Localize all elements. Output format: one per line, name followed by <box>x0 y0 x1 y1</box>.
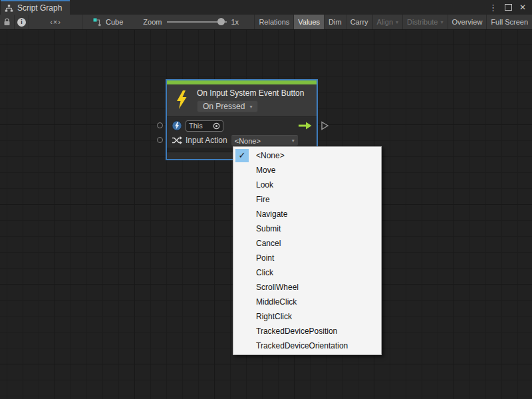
breadcrumb[interactable]: Cube <box>93 15 123 29</box>
zoom-value: 1x <box>231 18 239 26</box>
chevron-down-icon: ▾ <box>441 19 444 25</box>
menu-item-label: Navigate <box>256 209 287 219</box>
value-input-port[interactable] <box>157 137 163 143</box>
input-action-menu: ✓ <None> Move Look Fire Navigate Submit … <box>233 146 382 355</box>
zoom-control: Zoom 1x <box>143 15 239 29</box>
menu-item-label: <None> <box>256 151 285 160</box>
zoom-slider-knob[interactable] <box>217 18 225 25</box>
carry-button[interactable]: Carry <box>346 15 372 29</box>
button-label: Full Screen <box>491 18 528 26</box>
menu-item-label: ScrollWheel <box>256 283 299 292</box>
menu-item-label: Look <box>256 180 273 190</box>
graph-hierarchy-icon <box>5 4 13 13</box>
button-label: Align <box>377 18 393 26</box>
chevron-down-icon: ▾ <box>249 104 252 110</box>
menu-item-label: Cancel <box>256 239 281 248</box>
menu-item-move[interactable]: Move <box>233 163 381 178</box>
button-label: Relations <box>259 18 289 26</box>
menu-item-label: TrackedDevicePosition <box>256 327 337 336</box>
input-action-row: Input Action <None> ▾ <box>167 133 317 148</box>
graph-canvas[interactable]: On Input System Event Button On Pressed … <box>0 30 532 399</box>
menu-item-label: Point <box>256 253 274 263</box>
zoom-label: Zoom <box>143 18 162 26</box>
menu-item-submit[interactable]: Submit <box>233 221 381 236</box>
button-label: Dim <box>329 18 342 26</box>
menu-item-point[interactable]: Point <box>233 251 381 265</box>
dim-button[interactable]: Dim <box>324 15 346 29</box>
check-icon: ✓ <box>239 148 246 163</box>
breadcrumb-label: Cube <box>106 18 123 26</box>
menu-item-label: MiddleClick <box>256 297 297 307</box>
align-button[interactable]: Align ▾ <box>372 15 402 29</box>
input-action-dropdown[interactable]: <None> ▾ <box>231 135 298 146</box>
info-icon: i <box>17 18 26 27</box>
window-menu-icon[interactable]: ⋮ <box>489 3 497 13</box>
graph-node-icon <box>93 18 102 27</box>
overview-button[interactable]: Overview <box>448 15 487 29</box>
object-picker-icon[interactable] <box>213 122 220 130</box>
menu-item-label: Submit <box>256 224 281 233</box>
input-action-label: Input Action <box>186 136 227 145</box>
menu-item-label: Click <box>256 268 273 277</box>
menu-item-label: Move <box>256 166 275 175</box>
event-mode-dropdown[interactable]: On Pressed ▾ <box>197 100 258 112</box>
menu-item-label: TrackedDeviceOrientation <box>256 341 348 350</box>
chevron-down-icon: ▾ <box>292 138 295 144</box>
this-object-field[interactable]: This <box>186 120 223 132</box>
menu-item-trackeddeviceposition[interactable]: TrackedDevicePosition <box>233 324 381 338</box>
button-label: Distribute <box>407 18 438 26</box>
menu-item-navigate[interactable]: Navigate <box>233 207 381 221</box>
menu-item-look[interactable]: Look <box>233 178 381 192</box>
menu-item-scrollwheel[interactable]: ScrollWheel <box>233 280 381 295</box>
tab-label: Script Graph <box>17 3 62 13</box>
close-icon[interactable]: ✕ <box>519 3 526 12</box>
tab-script-graph[interactable]: Script Graph <box>1 0 70 15</box>
menu-item-trackeddeviceorientation[interactable]: TrackedDeviceOrientation <box>233 338 381 353</box>
node-body: This <box>167 117 317 148</box>
lock-button[interactable] <box>0 15 15 29</box>
event-input-port[interactable] <box>157 122 163 128</box>
menu-item-fire[interactable]: Fire <box>233 192 381 207</box>
graph-toolbar: i ‹×› Cube Zoom 1x Relations Values Dim <box>0 15 532 30</box>
trigger-output-port[interactable] <box>321 121 329 130</box>
distribute-button[interactable]: Distribute ▾ <box>402 15 447 29</box>
node-header[interactable]: On Input System Event Button On Pressed … <box>167 84 317 117</box>
menu-item-none[interactable]: ✓ <None> <box>233 148 381 163</box>
node-title: On Input System Event Button <box>197 88 304 98</box>
lightning-bolt-icon <box>175 90 188 110</box>
menu-item-label: Fire <box>256 195 270 204</box>
button-label: Carry <box>350 18 368 26</box>
menu-item-middleclick[interactable]: MiddleClick <box>233 295 381 309</box>
gameobject-bolt-icon <box>172 120 182 131</box>
event-mode-value: On Pressed <box>203 102 245 111</box>
trigger-arrow-icon <box>298 122 312 130</box>
code-icon: ‹×› <box>50 18 61 26</box>
menu-item-click[interactable]: Click <box>233 265 381 280</box>
values-button[interactable]: Values <box>293 15 324 29</box>
button-label: Values <box>298 18 320 26</box>
code-view-button[interactable]: ‹×› <box>29 15 82 29</box>
this-port-row: This <box>167 118 317 133</box>
toolbar-right-buttons: Relations Values Dim Carry Align ▾ Distr… <box>254 15 532 29</box>
menu-item-cancel[interactable]: Cancel <box>233 236 381 251</box>
input-action-icon <box>172 135 182 146</box>
button-label: Overview <box>452 18 483 26</box>
maximize-icon[interactable] <box>505 4 512 11</box>
fullscreen-button[interactable]: Full Screen <box>486 15 532 29</box>
chevron-down-icon: ▾ <box>396 19 398 25</box>
menu-item-rightclick[interactable]: RightClick <box>233 309 381 324</box>
info-button[interactable]: i <box>15 15 29 29</box>
menu-item-label: RightClick <box>256 312 292 321</box>
this-field-value: This <box>189 122 203 130</box>
relations-button[interactable]: Relations <box>254 15 293 29</box>
title-bar: Script Graph ⋮ ✕ <box>0 0 532 15</box>
input-action-value: <None> <box>235 137 261 145</box>
zoom-slider[interactable] <box>167 21 227 23</box>
lock-icon <box>3 18 11 26</box>
selected-check-icon: ✓ <box>235 149 249 162</box>
